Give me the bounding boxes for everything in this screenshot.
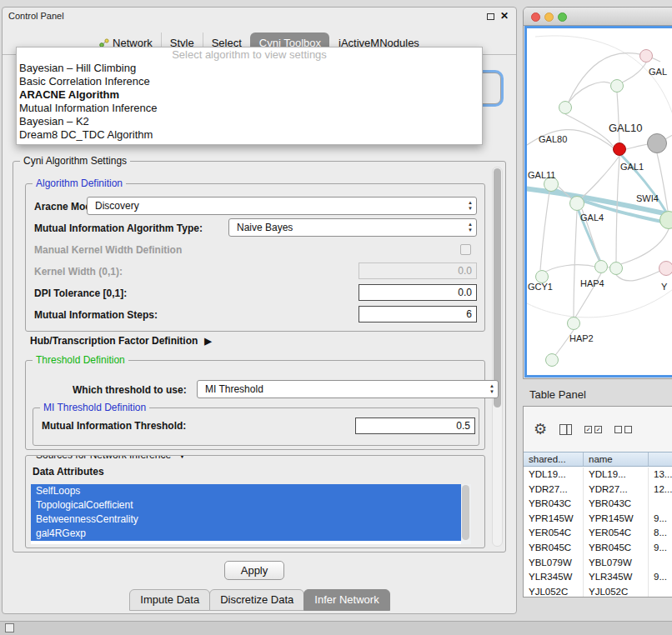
tab-impute-data[interactable]: Impute Data	[129, 589, 210, 611]
settings-group-title: Cyni Algorithm Settings	[20, 155, 130, 167]
mi-steps-field[interactable]: 6	[359, 306, 477, 322]
kernel-width-field[interactable]: 0.0	[359, 262, 477, 279]
settings-scrollbar-thumb[interactable]	[494, 168, 501, 408]
threshold-definition-group: Threshold Definition Which threshold to …	[25, 360, 485, 450]
attributes-scrollbar-track	[461, 484, 471, 544]
which-threshold-label: Which threshold to use:	[73, 381, 187, 399]
algorithm-option[interactable]: Basic Correlation Inference	[17, 75, 482, 88]
show-columns-icon[interactable]	[559, 424, 572, 435]
mi-steps-label: Mutual Information Steps:	[34, 306, 158, 324]
node-label: GAL11	[528, 170, 555, 180]
manual-kernel-width-checkbox[interactable]	[460, 244, 471, 255]
minimize-traffic-light[interactable]	[544, 12, 554, 22]
cell: YPR145W	[584, 512, 649, 527]
cell: YBR045C	[584, 541, 649, 556]
node-label: GAL	[649, 67, 667, 77]
bottom-tab-bar: Impute Data Discretize Data Infer Networ…	[3, 589, 516, 611]
network-node[interactable]	[545, 353, 559, 367]
sources-title-text: Sources for Network Inference	[36, 455, 171, 461]
which-threshold-dropdown[interactable]: MI Threshold ▲▼	[197, 380, 499, 398]
network-node-swi4[interactable]	[659, 211, 672, 229]
select-all-icon[interactable]: ✓ ✓	[584, 426, 602, 433]
table-row[interactable]: YBL079WYBL079W	[524, 556, 672, 571]
zoom-traffic-light[interactable]	[558, 12, 567, 22]
aracne-mode-dropdown[interactable]: Discovery ▲▼	[87, 197, 477, 215]
attribute-item-selected[interactable]: gal4RGexp	[31, 527, 471, 541]
network-node-gal4[interactable]	[569, 196, 584, 211]
tab-infer-network[interactable]: Infer Network	[303, 589, 389, 611]
table-row[interactable]: YBR043CYBR043C	[524, 497, 672, 512]
mi-threshold-field[interactable]: 0.5	[355, 418, 475, 434]
network-node[interactable]	[610, 79, 624, 92]
cell	[649, 556, 672, 571]
mi-type-label: Mutual Information Algorithm Type:	[34, 219, 203, 238]
close-icon[interactable]: ✕	[500, 10, 509, 22]
algorithm-option[interactable]: Dream8 DC_TDC Algorithm	[17, 128, 482, 142]
table-row[interactable]: YPR145WYPR145W9...	[524, 512, 672, 527]
attribute-item-selected[interactable]: BetweennessCentrality	[31, 512, 471, 527]
float-window-icon[interactable]	[487, 13, 494, 20]
network-node[interactable]	[647, 133, 667, 153]
network-node[interactable]	[609, 262, 623, 275]
combo-arrows-icon: ▲▼	[468, 222, 473, 233]
attribute-item-selected[interactable]: TopologicalCoefficient	[31, 498, 471, 512]
cell: YER054C	[584, 526, 649, 541]
network-window-titlebar[interactable]	[524, 8, 672, 26]
network-node[interactable]	[659, 261, 672, 276]
network-node[interactable]	[559, 101, 572, 114]
dpi-tolerance-field[interactable]: 0.0	[359, 284, 477, 301]
table-row[interactable]: YLR345WYLR345W9...	[524, 570, 672, 585]
cell: YPR145W	[524, 512, 584, 527]
cell: YDR27...	[524, 482, 584, 498]
algorithm-option[interactable]: Mutual Information Inference	[17, 102, 482, 115]
control-panel-title: Control Panel	[8, 11, 64, 21]
network-canvas[interactable]: GAL GAL80 GAL10 GAL1 GAL11 SWI4 GAL4 GCY…	[524, 26, 672, 378]
node-label: GAL4	[580, 212, 604, 222]
network-node-hap2[interactable]	[567, 317, 580, 330]
network-node-gal10[interactable]	[613, 142, 626, 156]
cell: YBR043C	[524, 497, 584, 512]
hub-transcription-label: Hub/Transcription Factor Definition	[30, 335, 198, 347]
cell: YLR345W	[524, 570, 584, 585]
algorithm-option-selected[interactable]: ARACNE Algorithm	[17, 88, 482, 102]
unchecked-box-icon	[624, 426, 632, 433]
cell: YDL19...	[584, 468, 649, 482]
table-row[interactable]: YDL19...YDL19...13...	[524, 468, 672, 482]
combo-arrows-icon: ▲▼	[489, 383, 494, 395]
bottom-status-bar	[0, 621, 672, 635]
bottom-panel-toggle-icon[interactable]	[5, 623, 14, 632]
cell: 13...	[649, 468, 672, 482]
cell: 9...	[649, 570, 672, 585]
attributes-scrollbar-thumb[interactable]	[462, 485, 469, 540]
table-row[interactable]: YBR045CYBR045C9...	[524, 541, 672, 556]
deselect-all-icon[interactable]	[614, 426, 632, 433]
column-header-extra[interactable]	[649, 452, 672, 466]
chevron-down-icon[interactable]: ▼	[173, 455, 186, 460]
network-node[interactable]	[639, 49, 653, 62]
hub-transcription-section-toggle[interactable]: Hub/Transcription Factor Definition▶	[30, 335, 212, 347]
cell: 9...	[649, 512, 672, 527]
table-row[interactable]: YDR27...YDR27...12...	[524, 482, 672, 498]
cell: YLR345W	[584, 570, 649, 585]
network-node-hap4[interactable]	[594, 260, 608, 273]
column-header-name[interactable]: name	[584, 452, 649, 466]
column-header-shared[interactable]: shared...	[524, 452, 584, 466]
kernel-width-label: Kernel Width (0,1):	[34, 262, 123, 281]
checked-box-icon: ✓	[594, 426, 602, 433]
table-row[interactable]: YJL052CYJL052C	[524, 585, 672, 597]
apply-button[interactable]: Apply	[224, 561, 284, 580]
table-row[interactable]: YER054CYER054C8...	[524, 526, 672, 541]
cell: YDR27...	[584, 482, 649, 498]
table-panel-title: Table Panel	[529, 388, 586, 401]
node-label: GAL10	[609, 122, 642, 134]
mi-threshold-definition-group: MI Threshold Definition Mutual Informati…	[33, 408, 479, 446]
algorithm-option[interactable]: Bayesian – Hill Climbing	[17, 62, 482, 75]
mi-algorithm-type-dropdown[interactable]: Naive Bayes ▲▼	[228, 218, 477, 237]
algorithm-option[interactable]: Bayesian – K2	[17, 115, 482, 128]
tab-discretize-data[interactable]: Discretize Data	[209, 589, 304, 611]
close-traffic-light[interactable]	[531, 12, 540, 22]
attribute-item-selected[interactable]: SelfLoops	[31, 484, 471, 498]
cell: 8...	[649, 526, 672, 541]
data-attributes-list: SelfLoops TopologicalCoefficient Between…	[31, 484, 471, 544]
gear-icon[interactable]: ⚙	[534, 420, 547, 438]
